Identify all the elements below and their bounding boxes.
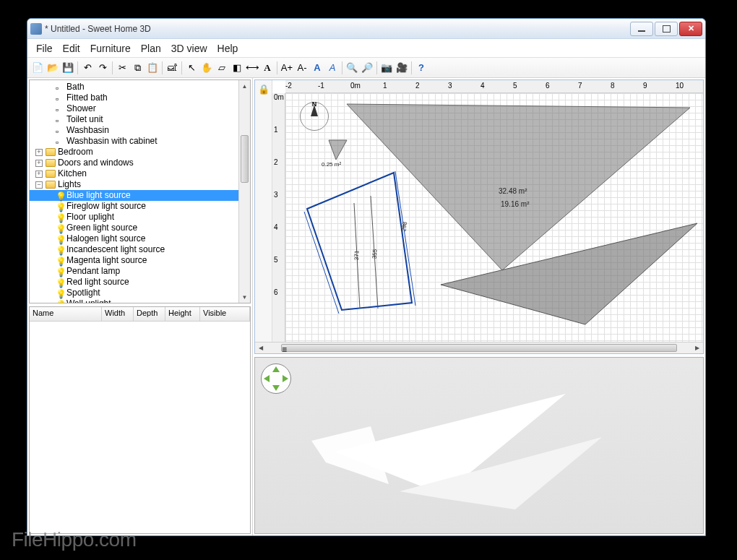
scroll-thumb[interactable] [241, 135, 249, 183]
titlebar[interactable]: * Untitled - Sweet Home 3D [27, 19, 705, 39]
table-header[interactable]: Name Width Depth Height Visible [30, 307, 250, 322]
catalog-item[interactable]: 💡Blue light source [30, 190, 238, 201]
furniture-icon: ▫ [56, 105, 64, 113]
h-scroll-thumb[interactable]: ≡ [281, 344, 677, 352]
scroll-up-icon[interactable]: ▲ [239, 80, 250, 92]
menu-furniture[interactable]: Furniture [86, 41, 135, 56]
close-button[interactable] [679, 22, 702, 36]
expander-icon[interactable]: + [35, 171, 43, 178]
video-icon[interactable]: 🎥 [395, 61, 409, 75]
catalog-item[interactable]: ▫Bath [30, 82, 238, 92]
scroll-right-icon[interactable]: ▶ [691, 343, 703, 354]
catalog-category[interactable]: +Kitchen [30, 168, 238, 179]
plan-canvas[interactable]: N 32.48 m² 19.16 m² 0.25 m² 371 355 298 [285, 93, 703, 342]
catalog-item[interactable]: 💡Magenta light source [30, 255, 238, 266]
svg-line-5 [395, 171, 415, 306]
catalog-scrollbar[interactable]: ▲ ▼ [238, 80, 250, 303]
catalog-item[interactable]: 💡Pendant lamp [30, 266, 238, 277]
menu-3dview[interactable]: 3D view [167, 41, 212, 56]
expander-icon[interactable]: + [35, 149, 43, 156]
ruler-tick: 1 [274, 126, 278, 134]
save-icon[interactable]: 💾 [61, 61, 75, 75]
scroll-down-icon[interactable]: ▼ [239, 291, 250, 303]
ruler-tick: 5 [274, 256, 278, 264]
compass[interactable]: N [300, 102, 329, 131]
menu-file[interactable]: File [32, 41, 57, 56]
catalog-item[interactable]: 💡Spotlight [30, 288, 238, 298]
catalog-tree[interactable]: ▫Bath▫Fitted bath▫Shower▫Toilet unit▫Was… [30, 80, 238, 303]
italic-icon[interactable]: A [325, 61, 340, 75]
catalog-item[interactable]: 💡Incandescent light source [30, 244, 238, 255]
catalog-item[interactable]: 💡Green light source [30, 223, 238, 233]
decrease-text-icon[interactable]: A- [295, 61, 309, 75]
plan-h-scrollbar[interactable]: ◀ ≡ ▶ [255, 342, 703, 353]
expander-icon[interactable]: + [35, 160, 43, 167]
light-icon: 💡 [56, 191, 64, 200]
toolbar: 📄 📂 💾 ↶ ↷ ✂ ⧉ 📋 🛋 ↖ ✋ ▱ ◧ ⟷ A A+ A- A A … [27, 58, 705, 78]
dimension-tool-icon[interactable]: ⟷ [245, 61, 259, 75]
zoom-in-icon[interactable]: 🔍 [345, 61, 359, 75]
ruler-tick: 1 [383, 82, 387, 90]
menu-edit[interactable]: Edit [59, 41, 85, 56]
catalog-item[interactable]: ▫Washbasin [30, 125, 238, 136]
help-icon[interactable]: ? [414, 61, 428, 75]
expander-icon[interactable]: − [35, 181, 43, 189]
catalog-category[interactable]: +Doors and windows [30, 158, 238, 168]
copy-icon[interactable]: ⧉ [130, 61, 145, 75]
minimize-button[interactable] [630, 22, 653, 36]
open-icon[interactable]: 📂 [46, 61, 60, 75]
room-tool-icon[interactable]: ◧ [230, 61, 244, 75]
light-icon: 💡 [56, 300, 64, 303]
menu-plan[interactable]: Plan [137, 41, 165, 56]
col-width[interactable]: Width [102, 307, 134, 321]
wall-tool-icon[interactable]: ▱ [215, 61, 229, 75]
new-icon[interactable]: 📄 [30, 61, 45, 75]
folder-icon [46, 148, 56, 156]
furniture-icon: ▫ [56, 116, 64, 124]
select-tool-icon[interactable]: ↖ [184, 61, 199, 75]
ruler-tick: 0m [350, 82, 361, 90]
catalog-category[interactable]: −Lights [30, 179, 238, 190]
redo-icon[interactable]: ↷ [95, 61, 110, 75]
left-panel: ▫Bath▫Fitted bath▫Shower▫Toilet unit▫Was… [27, 78, 253, 535]
menu-help[interactable]: Help [213, 41, 243, 56]
light-icon: 💡 [56, 246, 64, 254]
furniture-icon: ▫ [56, 94, 64, 103]
catalog-item[interactable]: 💡Wall uplight [30, 298, 238, 303]
cut-icon[interactable]: ✂ [115, 61, 129, 75]
catalog-item[interactable]: ▫Toilet unit [30, 114, 238, 125]
folder-icon [46, 159, 56, 167]
bold-icon[interactable]: A [310, 61, 324, 75]
zoom-out-icon[interactable]: 🔎 [360, 61, 374, 75]
ruler-tick: 10 [676, 82, 684, 90]
catalog-item[interactable]: ▫Washbasin with cabinet [30, 136, 238, 147]
plan-canvas-area[interactable]: -2-10m1234567891011 0m123456 [272, 80, 703, 342]
increase-text-icon[interactable]: A+ [280, 61, 294, 75]
paste-icon[interactable]: 📋 [145, 61, 160, 75]
catalog-item[interactable]: 💡Halogen light source [30, 233, 238, 244]
pan-tool-icon[interactable]: ✋ [199, 61, 214, 75]
col-visible[interactable]: Visible [200, 307, 250, 321]
light-icon: 💡 [56, 235, 64, 244]
col-height[interactable]: Height [165, 307, 200, 321]
catalog-category[interactable]: +Bedroom [30, 147, 238, 158]
catalog-item[interactable]: 💡Fireglow light source [30, 201, 238, 212]
maximize-button[interactable] [655, 22, 678, 36]
col-name[interactable]: Name [30, 307, 102, 321]
svg-line-4 [304, 212, 339, 314]
scroll-left-icon[interactable]: ◀ [255, 343, 267, 354]
catalog-item[interactable]: 💡Floor uplight [30, 212, 238, 223]
catalog-item[interactable]: 💡Red light source [30, 277, 238, 288]
3d-view[interactable] [254, 357, 704, 534]
catalog-item[interactable]: ▫Fitted bath [30, 92, 238, 103]
window-title: * Untitled - Sweet Home 3D [45, 24, 630, 34]
lock-icon[interactable]: 🔒 [257, 82, 271, 96]
app-icon [30, 23, 42, 35]
add-furniture-icon[interactable]: 🛋 [165, 61, 179, 75]
text-tool-icon[interactable]: A [260, 61, 275, 75]
catalog-item[interactable]: ▫Shower [30, 103, 238, 114]
photo-icon[interactable]: 📷 [379, 61, 394, 75]
col-depth[interactable]: Depth [134, 307, 165, 321]
ruler-tick: 3 [274, 191, 278, 199]
undo-icon[interactable]: ↶ [80, 61, 95, 75]
